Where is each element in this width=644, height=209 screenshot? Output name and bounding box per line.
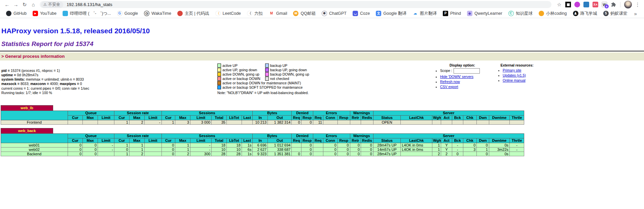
process-info-line: pid = 15374 (process #1, nbproc = 1)	[1, 69, 217, 73]
primary-site-link[interactable]: Primary site	[503, 68, 521, 72]
cell: 0	[463, 143, 477, 147]
bookmark-item[interactable]: ☁图片翻译	[410, 10, 439, 17]
bookmark-item[interactable]: 主页 | 代码战	[175, 10, 212, 17]
extensions-puzzle-icon[interactable]	[609, 1, 618, 8]
security-chip[interactable]: ⚠ 不安全	[41, 1, 63, 8]
bookmark-item[interactable]: ✉QQ邮箱	[290, 10, 318, 17]
back-button[interactable]: ←	[3, 1, 11, 8]
bookmark-item[interactable]: ▸YouTube	[30, 10, 59, 17]
ext-translate-icon[interactable]: 文A	[593, 2, 598, 7]
process-info: pid = 15374 (process #1, nbproc = 1)upti…	[1, 62, 217, 95]
bookmark-item[interactable]: ◈QwertyLearner	[464, 10, 505, 17]
cell: -	[98, 143, 114, 147]
refresh-now-link[interactable]: Refresh now	[440, 80, 460, 84]
bookmark-item[interactable]: 小林coding	[536, 10, 570, 17]
bookmark-item[interactable]: PPhind	[440, 10, 464, 17]
bookmark-item[interactable]: 哔哩哔哩 ( ゜- ゜)つ...	[60, 10, 114, 17]
cell: 0	[83, 147, 98, 152]
column-header-max: Max	[83, 138, 98, 143]
bookmark-item[interactable]: 〈力扣	[244, 10, 265, 17]
external-resources: External resources: Primary siteUpdates …	[496, 62, 538, 83]
cell: 0	[337, 147, 350, 152]
column-group-errors: Errors	[313, 111, 350, 115]
zhishixingqiu-icon: C	[508, 11, 514, 16]
legend-label: active or backup DOWN	[221, 77, 265, 81]
bookmark-item[interactable]: ♟路飞学城	[570, 10, 600, 17]
scope-input[interactable]	[454, 68, 480, 74]
cell: 0	[323, 152, 338, 156]
ext-wappalyzer-icon[interactable]: W6	[602, 2, 607, 7]
column-group-denied: Denied	[292, 133, 313, 138]
home-button[interactable]: ⌂	[29, 1, 38, 8]
cell: 1	[114, 120, 130, 124]
cell	[144, 147, 162, 152]
cell: 0	[337, 152, 350, 156]
column-group-warnings: Warnings	[350, 133, 373, 138]
ext-blackbox-inner	[567, 3, 570, 6]
column-header-cur: Cur	[162, 138, 175, 143]
menu-kebab-icon[interactable]: ⋮	[633, 1, 642, 8]
csv-export-link[interactable]: CSV export	[440, 85, 458, 89]
reload-button[interactable]: ↻	[20, 1, 29, 8]
cell: 28m47s UP	[373, 152, 400, 156]
page-title-link[interactable]: HAProxy version 1.5.18, released 2016/05…	[1, 27, 644, 35]
row-name: Frontend	[1, 120, 68, 124]
address-bar[interactable]: ⚠ 不安全 192.168.6.131/ha_stats	[40, 1, 551, 8]
haproxy-stats-page: HAProxy version 1.5.18, released 2016/05…	[0, 27, 644, 156]
column-group-server: Server	[373, 111, 524, 115]
column-header-redis: Redis	[361, 138, 373, 143]
phind-icon: P	[443, 11, 448, 16]
bookmark-item[interactable]: ◷WakaTime	[141, 10, 174, 17]
legend-label: active or backup SOFT STOPPED for mainte…	[221, 85, 314, 89]
mayikt-icon: S	[603, 11, 609, 16]
display-options: Display option: Scope :Hide 'DOWN' serve…	[433, 62, 491, 90]
bilibili-icon	[63, 11, 68, 16]
column-group-server: Server	[373, 133, 524, 138]
bookmark-item[interactable]: C知识星球	[506, 10, 535, 17]
cell: 0	[68, 143, 83, 147]
bookmark-item[interactable]: S蚂蚁课堂	[601, 10, 630, 17]
row-frontend: Frontend12-133 0003510 2131 382 3140011O…	[1, 120, 524, 124]
bookmark-item[interactable]: ◡Coze	[350, 10, 372, 17]
column-header-retr: Retr	[350, 138, 361, 143]
column-header-wght: Wght	[432, 115, 441, 120]
column-group-errors: Errors	[313, 133, 350, 138]
bookmark-item[interactable]: ❋ChatGPT	[319, 10, 349, 17]
column-header-resp: Resp	[301, 138, 313, 143]
bookmark-item[interactable]: MGmail	[266, 10, 290, 17]
forward-button[interactable]: →	[11, 1, 20, 8]
ext-blue-icon[interactable]	[583, 2, 589, 7]
bookmark-item[interactable]: GGoogle	[114, 10, 141, 17]
ext-blackbox-icon[interactable]	[565, 2, 571, 7]
cell: 338 687	[268, 147, 292, 152]
hide-down-servers-link[interactable]: Hide 'DOWN' servers	[440, 75, 473, 79]
column-group-sessions: Sessions	[162, 133, 253, 138]
bookmark-item[interactable]: GitHub	[3, 10, 29, 17]
cell: 0s	[489, 143, 509, 147]
bookmark-label: 小林coding	[546, 11, 567, 16]
wakatime-icon: ◷	[144, 11, 149, 16]
online-manual-link[interactable]: Online manual	[503, 78, 526, 82]
updates-link[interactable]: Updates (v1.5)	[503, 73, 526, 77]
cell	[337, 120, 350, 124]
divider-line	[0, 51, 644, 51]
cell: 0	[301, 147, 313, 152]
likou-icon: 〈	[247, 11, 252, 16]
cell: 0	[323, 147, 338, 152]
legend-swatch	[265, 77, 269, 81]
cell: Y	[441, 143, 452, 147]
bookmark-item[interactable]: 〈LeetCode	[213, 10, 244, 17]
bookmark-label: 力扣	[254, 11, 263, 16]
column-group-queue: Queue	[68, 111, 114, 115]
bookmarks-bar: GitHub▸YouTube哔哩哔哩 ( ゜- ゜)つ...GGoogle◷Wa…	[0, 9, 644, 18]
bookmark-item[interactable]: 文Google 翻译	[373, 10, 409, 17]
profile-avatar[interactable]	[624, 1, 632, 8]
column-header-resp: Resp	[301, 115, 313, 120]
column-header-total: Total	[212, 138, 227, 143]
bookmarks-overflow-icon[interactable]: »	[634, 11, 637, 16]
column-header-dwntme: Dwntme	[489, 115, 509, 120]
bookmark-star-icon[interactable]: ☆	[555, 1, 564, 8]
youtube-icon: ▸	[33, 11, 38, 16]
legend-swatch	[217, 72, 221, 76]
ext-purple-icon[interactable]	[574, 2, 580, 7]
